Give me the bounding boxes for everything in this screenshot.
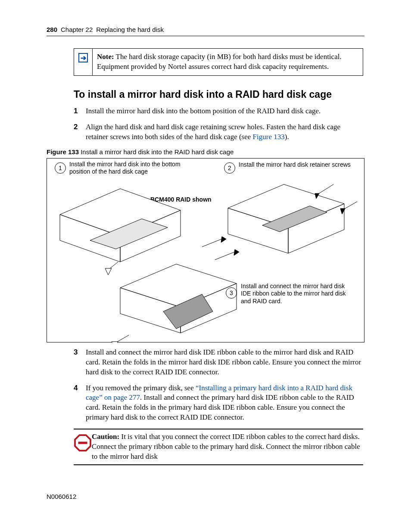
step-text: Align the hard disk and hard disk cage r… bbox=[86, 122, 364, 142]
step-number: 1 bbox=[74, 106, 86, 116]
svg-marker-5 bbox=[105, 268, 112, 275]
figure-illustration bbox=[47, 159, 365, 343]
svg-rect-25 bbox=[78, 442, 87, 444]
step-text: If you removed the primary disk, see “In… bbox=[86, 383, 364, 423]
caution-rule-bottom bbox=[74, 464, 363, 465]
step-item: 4 If you removed the primary disk, see “… bbox=[74, 383, 364, 423]
caution-box: Caution: It is vital that you connect th… bbox=[74, 429, 363, 465]
header-rule bbox=[47, 36, 364, 36]
chapter-title: Replacing the hard disk bbox=[96, 26, 164, 33]
step-number: 2 bbox=[74, 122, 86, 142]
figure-caption: Figure 133 Install a mirror hard disk in… bbox=[47, 148, 364, 156]
step-item: 2 Align the hard disk and hard disk cage… bbox=[74, 122, 364, 142]
figure-133: 1 Install the mirror hard disk into the … bbox=[47, 158, 364, 342]
step-item: 1 Install the mirror hard disk into the … bbox=[74, 106, 364, 116]
step-item: 3 Install and connect the mirror hard di… bbox=[74, 348, 364, 377]
note-box: ➔ Note: The hard disk storage capacity (… bbox=[74, 48, 363, 76]
svg-line-14 bbox=[202, 238, 224, 247]
svg-marker-17 bbox=[234, 249, 239, 255]
note-text: The hard disk storage capacity (in MB) f… bbox=[97, 53, 342, 71]
caution-text: It is vital that you connect the correct… bbox=[92, 432, 360, 460]
svg-marker-15 bbox=[221, 236, 226, 243]
svg-line-16 bbox=[215, 251, 237, 260]
step-text: Install and connect the mirror hard disk… bbox=[86, 348, 364, 377]
figure-reference-link[interactable]: Figure 133 bbox=[253, 133, 285, 141]
step-number: 3 bbox=[74, 348, 86, 377]
stop-icon bbox=[74, 432, 92, 452]
section-heading: To install a mirror hard disk into a RAI… bbox=[74, 89, 364, 100]
caution-label: Caution: bbox=[92, 432, 119, 441]
chapter-number: Chapter 22 bbox=[61, 26, 93, 33]
running-header: 280 Chapter 22 Replacing the hard disk bbox=[47, 26, 364, 33]
svg-marker-18 bbox=[120, 264, 237, 307]
document-id: N0060612 bbox=[47, 493, 76, 500]
arrow-right-icon: ➔ bbox=[78, 53, 88, 62]
page-number: 280 bbox=[47, 26, 57, 33]
step-text: Install the mirror hard disk into the bo… bbox=[86, 106, 364, 116]
note-label: Note: bbox=[97, 53, 114, 61]
step-number: 4 bbox=[74, 383, 86, 423]
step-list-a: 1 Install the mirror hard disk into the … bbox=[74, 106, 364, 142]
svg-marker-23 bbox=[112, 342, 118, 343]
step-list-b: 3 Install and connect the mirror hard di… bbox=[74, 348, 364, 423]
